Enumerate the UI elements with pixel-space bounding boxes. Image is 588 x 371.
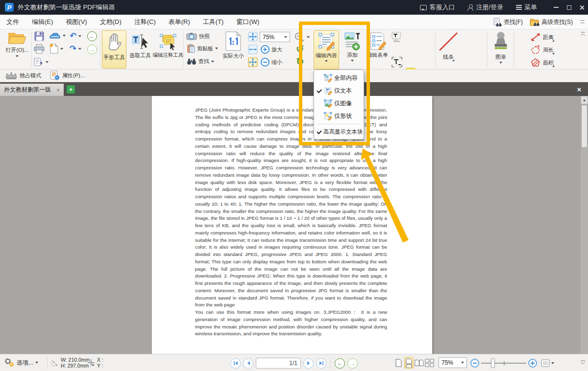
chevron-down-icon	[211, 61, 214, 63]
fit-width-button[interactable]	[248, 45, 258, 54]
menu-edit[interactable]: 编辑(E)	[25, 15, 59, 29]
new-document-button[interactable]	[49, 44, 63, 54]
fit-visible-button[interactable]	[248, 57, 258, 67]
menu-form[interactable]: 表单(R)	[162, 15, 196, 29]
menu-window[interactable]: 窗口(W)	[230, 15, 266, 29]
snapshot-button[interactable]: 快照	[186, 32, 210, 40]
toolbar-zoom-select[interactable]: 75%	[260, 32, 290, 42]
menu-tools[interactable]: 工具(T)	[196, 15, 230, 29]
hand-tool-button[interactable]: 手形工具	[102, 30, 126, 69]
view-back-button[interactable]: ←	[335, 358, 345, 369]
cursor-position-indicator: X :Y :	[87, 357, 103, 369]
view-forward-button[interactable]: →	[347, 358, 358, 369]
facing-continuous-view-button[interactable]	[425, 357, 434, 369]
actual-size-icon	[225, 31, 242, 51]
paragraph: You can use this format more when using …	[195, 309, 387, 338]
distance-icon	[530, 32, 541, 42]
collapse-toolbar-icon[interactable]	[580, 31, 586, 36]
single-page-view-button[interactable]	[394, 357, 403, 369]
chevron-down-icon	[284, 36, 287, 38]
measure-perimeter-button[interactable]: 周长	[530, 45, 554, 55]
measure-distance-button[interactable]: 距离	[530, 32, 554, 42]
document-area: JPEG (Joint Photographic Experts Group) …	[0, 96, 588, 354]
rotate-left-button[interactable]: ↺	[296, 44, 304, 54]
magnifier-icon	[294, 32, 305, 42]
menu-annotation[interactable]: 注释(C)	[128, 15, 162, 29]
vertical-scrollbar[interactable]: ▲	[581, 96, 588, 354]
zoom-in-plus-icon[interactable]	[528, 359, 537, 368]
chevron-down-icon	[46, 61, 49, 63]
options-button[interactable]: 选项...	[4, 358, 38, 368]
typewriter-icon	[391, 31, 403, 43]
statusbar-zoom-select[interactable]: 75%	[439, 357, 467, 368]
menu-item-highlight-text-blocks[interactable]: 高亮显示文本块	[314, 126, 364, 138]
find-button[interactable]: 查找(F)	[493, 18, 523, 27]
open-button[interactable]: 打开(O)...	[4, 31, 30, 57]
menu-item-all-content[interactable]: 全部内容	[314, 71, 364, 84]
export-button[interactable]	[34, 58, 49, 66]
typewriter-tool-button[interactable]	[391, 31, 588, 43]
pdf-page: JPEG (Joint Photographic Experts Group) …	[152, 96, 432, 354]
collapse-toolbar-icon[interactable]	[580, 20, 585, 24]
undo-button[interactable]: ↶	[70, 32, 81, 40]
scrollbar-thumb[interactable]	[581, 105, 588, 148]
rotate-right-button[interactable]: ↻	[296, 57, 304, 67]
measure-area-button[interactable]: 面积	[530, 58, 554, 68]
zoom-in-button[interactable]: 放大	[261, 45, 282, 54]
properties-button[interactable]: 属性(P)...	[50, 70, 85, 81]
fit-page-button[interactable]	[248, 32, 258, 42]
zoom-out-button[interactable]: 缩小	[261, 58, 282, 67]
app-menu-button[interactable]: 菜单	[516, 3, 537, 12]
exclusive-mode-button[interactable]: 独占模式	[5, 71, 41, 80]
menu-separator	[317, 124, 361, 124]
zoom-slider[interactable]	[481, 358, 526, 368]
line-tool-button[interactable]: 线条	[437, 31, 460, 61]
app-logo-icon: P	[5, 3, 14, 12]
tab-document[interactable]: 外文教材删第一版 ×	[0, 84, 64, 96]
find-tool-button[interactable]: 查找	[187, 58, 214, 65]
save-button[interactable]	[34, 31, 44, 41]
collapse-statusbar-icon[interactable]	[580, 360, 586, 365]
support-entry-button[interactable]: 客服入口	[420, 3, 455, 12]
add-content-button[interactable]: 添加	[341, 30, 364, 70]
new-tab-button[interactable]: +	[67, 85, 75, 93]
close-button[interactable]	[575, 0, 588, 15]
print-button[interactable]	[34, 44, 45, 54]
close-document-icon[interactable]: ×	[574, 84, 584, 94]
select-tool-button[interactable]: 选取工具	[127, 30, 153, 69]
next-page-button[interactable]	[303, 358, 314, 369]
first-page-button[interactable]	[230, 358, 241, 369]
chevron-down-icon	[461, 362, 464, 364]
last-page-button[interactable]	[316, 358, 326, 369]
history-forward-button[interactable]: →	[87, 45, 97, 54]
fit-width-view-button[interactable]	[541, 359, 554, 367]
redo-button[interactable]: ↷	[70, 45, 81, 53]
edit-annotation-tool-button[interactable]: 编辑注释工具	[154, 30, 182, 69]
login-button[interactable]: 注册/登录	[467, 3, 503, 12]
menu-document[interactable]: 文档(D)	[94, 15, 128, 29]
continuous-view-button[interactable]	[404, 357, 414, 369]
advanced-find-button[interactable]: 高级查找(S)	[530, 18, 573, 26]
clipboard-button[interactable]: 剪贴板	[187, 44, 218, 53]
page-number-input[interactable]: 1/1	[256, 358, 301, 369]
menu-file[interactable]: 文件	[0, 15, 25, 29]
menu-item-text-only[interactable]: 仅文本	[314, 84, 364, 97]
marquee-zoom-button[interactable]	[294, 32, 310, 42]
previous-page-button[interactable]	[243, 358, 253, 369]
scan-button[interactable]	[49, 32, 66, 39]
actual-size-button[interactable]: 实际大小	[221, 31, 245, 60]
edit-form-button[interactable]: 编辑表单	[365, 30, 390, 70]
edit-content-button[interactable]: 编辑内容	[314, 30, 339, 70]
tab-close-icon[interactable]: ×	[57, 87, 60, 93]
scroll-up-icon[interactable]: ▲	[581, 96, 588, 104]
facing-view-button[interactable]	[415, 357, 424, 369]
maximize-button[interactable]	[563, 0, 575, 15]
menu-item-shape-only[interactable]: 仅形状	[314, 110, 364, 122]
menu-view[interactable]: 视图(V)	[59, 15, 93, 29]
stamp-tool-button[interactable]: 图章	[490, 31, 512, 64]
menu-item-image-only[interactable]: 仅图像	[314, 97, 364, 110]
zoom-out-minus-icon[interactable]	[470, 359, 479, 368]
history-back-button[interactable]: ←	[87, 31, 97, 41]
slider-thumb[interactable]	[491, 358, 495, 368]
minimize-button[interactable]	[550, 0, 563, 15]
